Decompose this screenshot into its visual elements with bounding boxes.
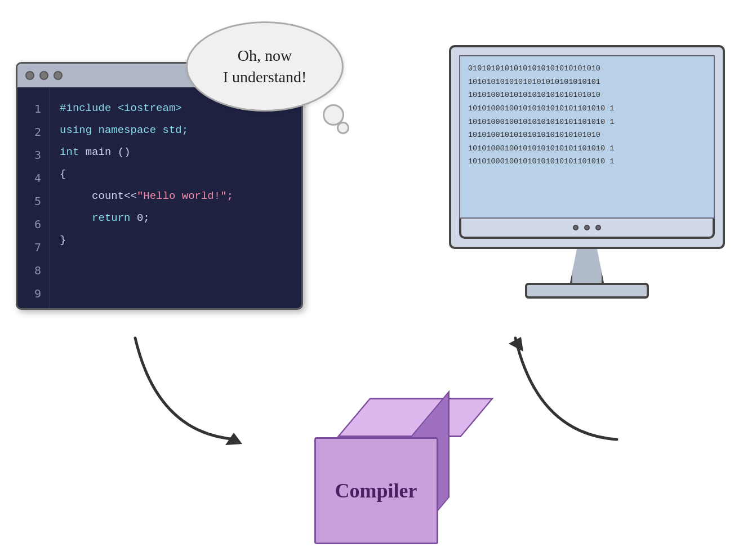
code-line-2: using namespace std; <box>60 124 188 136</box>
compiler-section: Compiler <box>303 398 450 544</box>
speech-line-2: I understand! <box>223 68 307 86</box>
binary-line-1: 01010101010101010101010101010 <box>468 64 600 73</box>
speech-bubble-text: Oh, now I understand! <box>223 45 307 88</box>
arrow-left-svg <box>113 332 282 445</box>
code-line-3-int: int <box>60 146 79 158</box>
code-line-6a <box>60 212 92 224</box>
window-dot-3 <box>54 71 63 80</box>
compiler-label: Compiler <box>335 479 417 503</box>
monitor-stand-base <box>525 283 649 299</box>
code-line-3-main: main () <box>79 146 130 158</box>
binary-line-8: 101010001001010101010101101010 1 <box>468 157 614 166</box>
line-numbers: 12345678910 <box>17 87 50 308</box>
binary-line-7: 101010001001010101010101101010 1 <box>468 144 614 153</box>
code-line-6c: 0; <box>131 212 150 224</box>
cube-front-face: Compiler <box>314 437 438 544</box>
window-dot-1 <box>25 71 34 80</box>
binary-line-5: 101010001001010101010101101010 1 <box>468 118 614 126</box>
code-line-7: } <box>60 234 66 246</box>
code-line-4: { <box>60 168 66 180</box>
editor-body: 12345678910 #include <iostream> using na… <box>17 87 301 308</box>
arrow-right <box>470 332 639 447</box>
binary-line-6: 10101001010101010101010101010 <box>468 131 600 139</box>
arrow-left <box>113 332 282 447</box>
computer-monitor: 01010101010101010101010101010 1010101010… <box>449 45 725 299</box>
binary-line-3: 10101001010101010101010101010 <box>468 91 600 99</box>
code-line-5b: "Hello world!"; <box>137 190 233 202</box>
monitor-stand-neck <box>570 249 604 283</box>
monitor-bezel-bottom <box>459 219 715 239</box>
window-dot-2 <box>39 71 48 80</box>
code-line-6b: return <box>92 212 130 224</box>
main-scene: 12345678910 #include <iostream> using na… <box>0 0 752 560</box>
monitor-button-1 <box>573 225 579 230</box>
speech-line-1: Oh, now <box>238 47 292 64</box>
monitor-screen-outer: 01010101010101010101010101010 1010101010… <box>449 45 725 249</box>
binary-line-4: 101010001001010101010101101010 1 <box>468 104 614 113</box>
code-content: #include <iostream> using namespace std;… <box>50 87 243 308</box>
code-line-5a: count<< <box>60 190 137 202</box>
binary-line-2: 10101010101010101010101010101 <box>468 78 600 86</box>
code-line-1: #include <iostream> <box>60 102 182 114</box>
bubble-tail-small <box>337 122 349 134</box>
compiler-cube: Compiler <box>303 398 450 544</box>
speech-bubble: Oh, now I understand! <box>186 21 344 112</box>
arrow-right-svg <box>470 332 639 445</box>
monitor-button-2 <box>584 225 590 230</box>
monitor-screen-inner: 01010101010101010101010101010 1010101010… <box>459 55 715 219</box>
monitor-button-3 <box>595 225 601 230</box>
